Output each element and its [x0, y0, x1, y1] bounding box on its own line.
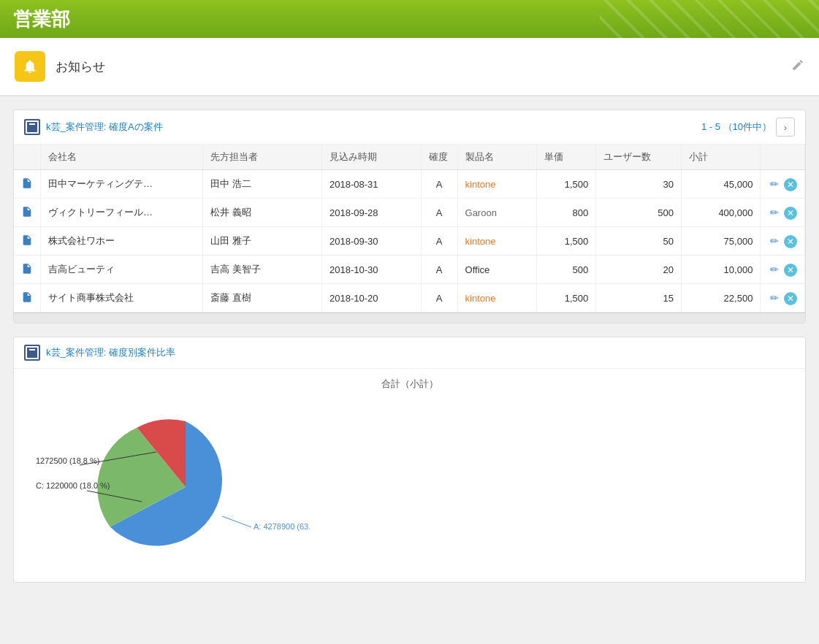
row-person: 松井 義昭	[203, 199, 322, 227]
edit-button[interactable]: ✏	[768, 205, 781, 220]
edit-icon[interactable]	[791, 58, 804, 75]
row-subtotal: 400,000	[681, 199, 761, 227]
row-actions: ✏ ✕	[761, 170, 805, 199]
bell-icon	[15, 51, 45, 82]
pie-chart-svg: A: 4278900 (63. C: 1220000 (18.0 %) 1272…	[28, 407, 343, 567]
widget-chart: k芸_案件管理: 確度別案件比率 合計（小計） A: 4278900	[13, 337, 806, 583]
col-header-person: 先方担当者	[203, 145, 322, 170]
col-header-prob: 確度	[421, 145, 457, 170]
row-actions: ✏ ✕	[761, 199, 805, 227]
pagination-text: 1 - 5 （10件中）	[701, 120, 772, 134]
row-product: kintone	[457, 284, 536, 313]
row-users: 500	[596, 199, 682, 227]
row-person: 斎藤 直樹	[203, 284, 322, 313]
pie-chart-container: A: 4278900 (63. C: 1220000 (18.0 %) 1272…	[28, 407, 343, 567]
widget2-title-left: k芸_案件管理: 確度別案件比率	[24, 345, 175, 361]
edit-button[interactable]: ✏	[768, 234, 781, 248]
row-date: 2018-10-20	[321, 284, 421, 313]
row-doc-icon[interactable]	[14, 170, 41, 199]
edit-button[interactable]: ✏	[768, 291, 781, 305]
widget1-link[interactable]: k芸_案件管理: 確度Aの案件	[46, 120, 163, 134]
col-header-date: 見込み時期	[321, 145, 421, 170]
row-subtotal: 22,500	[681, 284, 761, 313]
row-person: 吉高 美智子	[203, 256, 322, 284]
row-prob: A	[421, 284, 457, 313]
row-date: 2018-09-28	[321, 199, 421, 227]
row-subtotal: 45,000	[681, 170, 761, 199]
row-actions: ✏ ✕	[761, 227, 805, 256]
row-date: 2018-10-30	[321, 256, 421, 284]
col-header-product: 製品名	[457, 145, 536, 170]
row-prob: A	[421, 199, 457, 227]
row-prob: A	[421, 170, 457, 199]
widget1-icon	[24, 119, 40, 135]
delete-button[interactable]: ✕	[784, 292, 797, 305]
svg-text:A: 4278900 (63.: A: 4278900 (63.	[254, 522, 311, 531]
widget2-link[interactable]: k芸_案件管理: 確度別案件比率	[46, 346, 175, 359]
row-price: 500	[536, 256, 595, 284]
row-price: 1,500	[536, 170, 595, 199]
row-doc-icon[interactable]	[14, 256, 41, 284]
page-title: 営業部	[13, 7, 70, 32]
row-product: kintone	[457, 170, 536, 199]
col-header-icon	[14, 145, 41, 170]
widget1-title-left: k芸_案件管理: 確度Aの案件	[24, 119, 163, 135]
edit-button[interactable]: ✏	[768, 262, 781, 277]
table-row: 吉高ビューティ 吉高 美智子 2018-10-30 A Office 500 2…	[14, 256, 805, 284]
row-users: 20	[596, 256, 682, 284]
chart-title: 合計（小計）	[14, 369, 805, 399]
delete-button[interactable]: ✕	[784, 235, 797, 248]
row-subtotal: 10,000	[681, 256, 761, 284]
delete-button[interactable]: ✕	[784, 264, 797, 277]
row-person: 田中 浩二	[203, 170, 322, 199]
row-company: ヴィクトリーフィール…	[41, 199, 203, 227]
row-product: Office	[457, 256, 536, 284]
row-product: kintone	[457, 227, 536, 256]
row-company: 田中マーケティングテ…	[41, 170, 203, 199]
widget1-pagination: 1 - 5 （10件中） ›	[701, 118, 795, 137]
row-prob: A	[421, 256, 457, 284]
row-price: 1,500	[536, 284, 595, 313]
row-doc-icon[interactable]	[14, 284, 41, 313]
header-bar: 営業部	[0, 0, 819, 38]
col-header-users: ユーザー数	[596, 145, 682, 170]
table-scroll-area: 会社名 先方担当者 見込み時期 確度 製品名 単価 ユーザー数 小計 田	[14, 145, 805, 313]
widget1-header: k芸_案件管理: 確度Aの案件 1 - 5 （10件中） ›	[14, 110, 805, 145]
edit-button[interactable]: ✏	[768, 177, 781, 191]
row-doc-icon[interactable]	[14, 227, 41, 256]
row-company: サイト商事株式会社	[41, 284, 203, 313]
row-product: Garoon	[457, 199, 536, 227]
row-prob: A	[421, 227, 457, 256]
row-person: 山田 雅子	[203, 227, 322, 256]
cases-table: 会社名 先方担当者 見込み時期 確度 製品名 単価 ユーザー数 小計 田	[14, 145, 805, 313]
table-header-row: 会社名 先方担当者 見込み時期 確度 製品名 単価 ユーザー数 小計	[14, 145, 805, 170]
svg-text:1272500 (18.8 %): 1272500 (18.8 %)	[36, 456, 99, 465]
table-row: ヴィクトリーフィール… 松井 義昭 2018-09-28 A Garoon 80…	[14, 199, 805, 227]
col-header-company: 会社名	[41, 145, 203, 170]
row-date: 2018-09-30	[321, 227, 421, 256]
row-actions: ✏ ✕	[761, 256, 805, 284]
row-doc-icon[interactable]	[14, 199, 41, 227]
widget2-header: k芸_案件管理: 確度別案件比率	[14, 337, 805, 369]
svg-text:C: 1220000 (18.0 %): C: 1220000 (18.0 %)	[36, 481, 110, 490]
notice-section: お知らせ	[0, 38, 819, 96]
row-actions: ✏ ✕	[761, 284, 805, 313]
widget2-icon	[24, 345, 40, 361]
table-row: サイト商事株式会社 斎藤 直樹 2018-10-20 A kintone 1,5…	[14, 284, 805, 313]
delete-button[interactable]: ✕	[784, 207, 797, 220]
table-row: 株式会社ワホー 山田 雅子 2018-09-30 A kintone 1,500…	[14, 227, 805, 256]
row-date: 2018-08-31	[321, 170, 421, 199]
delete-button[interactable]: ✕	[784, 178, 797, 191]
next-page-button[interactable]: ›	[776, 118, 795, 137]
table-row: 田中マーケティングテ… 田中 浩二 2018-08-31 A kintone 1…	[14, 170, 805, 199]
row-price: 800	[536, 199, 595, 227]
notice-header: お知らせ	[0, 38, 819, 96]
notice-title: お知らせ	[56, 58, 791, 75]
col-header-actions	[761, 145, 805, 170]
row-company: 吉高ビューティ	[41, 256, 203, 284]
col-header-subtotal: 小計	[681, 145, 761, 170]
widget-cases-table: k芸_案件管理: 確度Aの案件 1 - 5 （10件中） › 会社名 先方担当者…	[13, 110, 806, 323]
chart-area: A: 4278900 (63. C: 1220000 (18.0 %) 1272…	[14, 399, 805, 582]
row-company: 株式会社ワホー	[41, 227, 203, 256]
main-content: k芸_案件管理: 確度Aの案件 1 - 5 （10件中） › 会社名 先方担当者…	[0, 96, 819, 609]
